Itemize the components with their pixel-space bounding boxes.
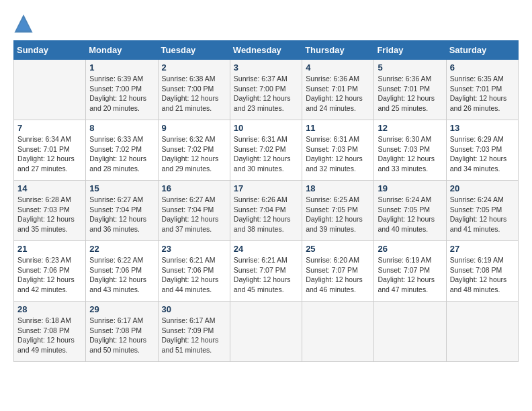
calendar-cell: 19Sunrise: 6:24 AMSunset: 7:05 PMDayligh… (374, 181, 446, 241)
day-number: 20 (450, 183, 515, 193)
calendar-cell: 28Sunrise: 6:18 AMSunset: 7:08 PMDayligh… (14, 302, 86, 362)
calendar-cell: 18Sunrise: 6:25 AMSunset: 7:05 PMDayligh… (302, 181, 374, 241)
day-info: Sunrise: 6:29 AMSunset: 7:03 PMDaylight:… (450, 134, 515, 174)
day-info: Sunrise: 6:25 AMSunset: 7:05 PMDaylight:… (306, 195, 370, 234)
calendar-week-row: 28Sunrise: 6:18 AMSunset: 7:08 PMDayligh… (14, 302, 519, 362)
day-info: Sunrise: 6:24 AMSunset: 7:05 PMDaylight:… (378, 195, 442, 234)
calendar-cell: 9Sunrise: 6:32 AMSunset: 7:02 PMDaylight… (158, 120, 230, 181)
calendar-cell: 11Sunrise: 6:31 AMSunset: 7:03 PMDayligh… (302, 120, 374, 181)
day-info: Sunrise: 6:17 AMSunset: 7:08 PMDaylight:… (89, 316, 154, 355)
calendar-week-row: 21Sunrise: 6:23 AMSunset: 7:06 PMDayligh… (14, 241, 519, 302)
calendar-cell: 15Sunrise: 6:27 AMSunset: 7:04 PMDayligh… (86, 181, 158, 241)
calendar-cell: 22Sunrise: 6:22 AMSunset: 7:06 PMDayligh… (86, 241, 158, 302)
calendar-week-row: 7Sunrise: 6:34 AMSunset: 7:01 PMDaylight… (14, 120, 519, 181)
calendar-cell: 7Sunrise: 6:34 AMSunset: 7:01 PMDaylight… (14, 120, 86, 181)
calendar-cell: 16Sunrise: 6:27 AMSunset: 7:04 PMDayligh… (158, 181, 230, 241)
calendar-cell (446, 302, 518, 362)
day-info: Sunrise: 6:20 AMSunset: 7:07 PMDaylight:… (306, 255, 370, 295)
day-info: Sunrise: 6:38 AMSunset: 7:00 PMDaylight:… (162, 74, 226, 113)
calendar-cell: 14Sunrise: 6:28 AMSunset: 7:03 PMDayligh… (14, 181, 86, 241)
logo (13, 13, 36, 34)
day-info: Sunrise: 6:39 AMSunset: 7:00 PMDaylight:… (89, 74, 154, 113)
day-info: Sunrise: 6:23 AMSunset: 7:06 PMDaylight:… (17, 255, 82, 295)
day-number: 5 (378, 62, 442, 73)
day-number: 27 (450, 244, 515, 254)
day-info: Sunrise: 6:22 AMSunset: 7:06 PMDaylight:… (89, 255, 154, 295)
calendar-cell: 5Sunrise: 6:36 AMSunset: 7:01 PMDaylight… (374, 60, 446, 120)
weekday-header: Sunday (14, 41, 86, 60)
day-info: Sunrise: 6:27 AMSunset: 7:04 PMDaylight:… (89, 195, 154, 234)
day-info: Sunrise: 6:21 AMSunset: 7:06 PMDaylight:… (162, 255, 226, 295)
calendar-cell: 30Sunrise: 6:17 AMSunset: 7:09 PMDayligh… (158, 302, 230, 362)
calendar-cell: 25Sunrise: 6:20 AMSunset: 7:07 PMDayligh… (302, 241, 374, 302)
calendar-cell (230, 302, 302, 362)
day-number: 7 (17, 123, 82, 133)
calendar-cell: 12Sunrise: 6:30 AMSunset: 7:03 PMDayligh… (374, 120, 446, 181)
calendar-cell: 29Sunrise: 6:17 AMSunset: 7:08 PMDayligh… (86, 302, 158, 362)
day-number: 23 (162, 244, 226, 254)
day-number: 2 (162, 62, 226, 73)
day-number: 8 (89, 123, 154, 133)
calendar-cell: 8Sunrise: 6:33 AMSunset: 7:02 PMDaylight… (86, 120, 158, 181)
day-info: Sunrise: 6:34 AMSunset: 7:01 PMDaylight:… (17, 134, 82, 174)
day-info: Sunrise: 6:28 AMSunset: 7:03 PMDaylight:… (17, 195, 82, 234)
day-number: 30 (162, 304, 226, 314)
svg-marker-1 (17, 17, 31, 31)
day-info: Sunrise: 6:33 AMSunset: 7:02 PMDaylight:… (89, 134, 154, 174)
day-info: Sunrise: 6:37 AMSunset: 7:00 PMDaylight:… (234, 74, 298, 113)
weekday-header: Friday (374, 41, 446, 60)
day-number: 29 (89, 304, 154, 314)
day-number: 15 (89, 183, 154, 193)
calendar-table: SundayMondayTuesdayWednesdayThursdayFrid… (13, 40, 519, 362)
calendar-cell: 6Sunrise: 6:35 AMSunset: 7:01 PMDaylight… (446, 60, 518, 120)
calendar-cell: 24Sunrise: 6:21 AMSunset: 7:07 PMDayligh… (230, 241, 302, 302)
weekday-header: Saturday (446, 41, 518, 60)
day-number: 11 (306, 123, 370, 133)
calendar-cell: 17Sunrise: 6:26 AMSunset: 7:04 PMDayligh… (230, 181, 302, 241)
day-number: 6 (450, 62, 515, 73)
day-number: 18 (306, 183, 370, 193)
day-number: 28 (17, 304, 82, 314)
calendar-cell: 3Sunrise: 6:37 AMSunset: 7:00 PMDaylight… (230, 60, 302, 120)
day-number: 13 (450, 123, 515, 133)
calendar-header-row: SundayMondayTuesdayWednesdayThursdayFrid… (14, 41, 519, 60)
calendar-cell: 4Sunrise: 6:36 AMSunset: 7:01 PMDaylight… (302, 60, 374, 120)
calendar-cell (374, 302, 446, 362)
calendar-cell (14, 60, 86, 120)
calendar-cell: 26Sunrise: 6:19 AMSunset: 7:07 PMDayligh… (374, 241, 446, 302)
day-number: 12 (378, 123, 442, 133)
day-info: Sunrise: 6:31 AMSunset: 7:03 PMDaylight:… (306, 134, 370, 174)
weekday-header: Thursday (302, 41, 374, 60)
day-number: 25 (306, 244, 370, 254)
day-number: 16 (162, 183, 226, 193)
day-number: 10 (234, 123, 298, 133)
day-info: Sunrise: 6:31 AMSunset: 7:02 PMDaylight:… (234, 134, 298, 174)
calendar-cell: 20Sunrise: 6:24 AMSunset: 7:05 PMDayligh… (446, 181, 518, 241)
page-header (13, 13, 519, 34)
day-number: 1 (89, 62, 154, 73)
calendar-cell: 21Sunrise: 6:23 AMSunset: 7:06 PMDayligh… (14, 241, 86, 302)
calendar-cell: 27Sunrise: 6:19 AMSunset: 7:08 PMDayligh… (446, 241, 518, 302)
day-info: Sunrise: 6:32 AMSunset: 7:02 PMDaylight:… (162, 134, 226, 174)
day-number: 3 (234, 62, 298, 73)
day-number: 4 (306, 62, 370, 73)
calendar-week-row: 1Sunrise: 6:39 AMSunset: 7:00 PMDaylight… (14, 60, 519, 120)
day-info: Sunrise: 6:27 AMSunset: 7:04 PMDaylight:… (162, 195, 226, 234)
day-info: Sunrise: 6:18 AMSunset: 7:08 PMDaylight:… (17, 316, 82, 355)
calendar-cell: 23Sunrise: 6:21 AMSunset: 7:06 PMDayligh… (158, 241, 230, 302)
weekday-header: Wednesday (230, 41, 302, 60)
calendar-cell: 1Sunrise: 6:39 AMSunset: 7:00 PMDaylight… (86, 60, 158, 120)
day-info: Sunrise: 6:35 AMSunset: 7:01 PMDaylight:… (450, 74, 515, 113)
day-info: Sunrise: 6:19 AMSunset: 7:08 PMDaylight:… (450, 255, 515, 295)
calendar-cell: 13Sunrise: 6:29 AMSunset: 7:03 PMDayligh… (446, 120, 518, 181)
calendar-cell (302, 302, 374, 362)
day-info: Sunrise: 6:36 AMSunset: 7:01 PMDaylight:… (378, 74, 442, 113)
weekday-header: Tuesday (158, 41, 230, 60)
day-info: Sunrise: 6:36 AMSunset: 7:01 PMDaylight:… (306, 74, 370, 113)
day-number: 22 (89, 244, 154, 254)
logo-icon (13, 13, 34, 34)
day-number: 17 (234, 183, 298, 193)
weekday-header: Monday (86, 41, 158, 60)
day-number: 14 (17, 183, 82, 193)
day-info: Sunrise: 6:24 AMSunset: 7:05 PMDaylight:… (450, 195, 515, 234)
